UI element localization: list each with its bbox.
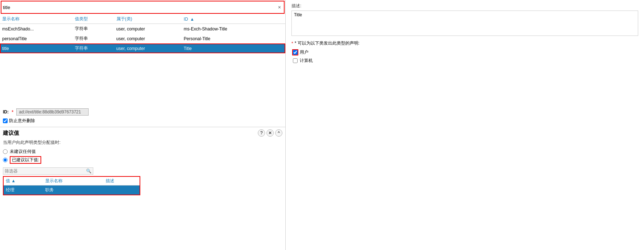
class-label: 用户 — [300, 49, 308, 55]
class-item: 用户 — [293, 49, 638, 55]
filter-bar: 🔍 — [3, 167, 93, 175]
class-item: 计算机 — [293, 58, 638, 64]
suggest-title: 建议值 — [3, 130, 19, 137]
table-row[interactable]: title 字符串 user, computer Title — [0, 43, 285, 53]
left-panel: × 显示名称 值类型 属于(类) ID ▲ — [0, 0, 286, 250]
suggest-display-cell: 职务 — [43, 186, 103, 195]
id-area: ID: * ad://ext/title:88d8b39d97673721 防止… — [0, 104, 285, 125]
attr-type-cell: 字符串 — [73, 24, 114, 34]
suggest-description: 当用户向此声明类型分配值时: — [3, 139, 282, 146]
prevent-delete-checkbox[interactable] — [3, 118, 8, 123]
col-header-id[interactable]: ID ▲ — [182, 14, 285, 24]
radio-no-suggest: 未建议任何值 — [3, 149, 282, 155]
col-header-belongs[interactable]: 属于(类) — [114, 14, 182, 24]
filter-input[interactable] — [5, 168, 86, 174]
attr-name-cell: msExchShado... — [0, 24, 73, 34]
radio-suggest-below: 已建议以下值: — [3, 156, 282, 164]
radio-group: 未建议任何值 已建议以下值: — [3, 149, 282, 164]
close-icon[interactable]: ✕ — [266, 129, 274, 137]
required-star: * — [12, 109, 13, 115]
table-row[interactable]: msExchShado... 字符串 user, computer ms-Exc… — [0, 24, 285, 34]
suggest-desc-cell — [103, 186, 140, 195]
suggest-col-display[interactable]: 显示名称 — [43, 177, 103, 186]
desc-label: 描述: — [291, 3, 638, 9]
prevent-delete-row: 防止意外删除 — [3, 118, 282, 124]
attr-type-cell: 字符串 — [73, 34, 114, 43]
suggest-sort-arrow: ▲ — [11, 178, 16, 183]
suggest-col-value[interactable]: 值 ▲ — [4, 177, 43, 186]
radio-no-suggest-label: 未建议任何值 — [10, 149, 36, 155]
id-row: ID: * ad://ext/title:88d8b39d97673721 — [3, 108, 282, 116]
attr-id-cell: Title — [182, 43, 285, 53]
sort-arrow-icon: ▲ — [190, 17, 194, 22]
classes-required-star: * — [291, 41, 293, 46]
search-input[interactable] — [3, 5, 277, 10]
class-checkbox[interactable] — [293, 58, 298, 63]
attr-id-cell: ms-Exch-Shadow-Title — [182, 24, 285, 34]
suggest-section: 建议值 ? ✕ ^ 当用户向此声明类型分配值时: 未建议任何值 已建议以下值: — [0, 127, 285, 213]
attr-belongs-cell: user, computer — [114, 24, 182, 34]
class-label: 计算机 — [300, 58, 313, 64]
class-checkbox[interactable] — [293, 50, 298, 55]
suggest-header: 建议值 ? ✕ ^ — [3, 129, 282, 137]
classes-list: 用户 计算机 — [293, 49, 638, 64]
search-clear-button[interactable]: × — [277, 4, 282, 10]
attr-name-cell: title — [0, 43, 73, 53]
attr-type-cell: 字符串 — [73, 43, 114, 53]
suggest-value-cell: 经理 — [4, 186, 43, 195]
suggest-col-desc[interactable]: 描述 — [103, 177, 140, 186]
suggest-table-row[interactable]: 经理 职务 — [4, 186, 140, 195]
attr-id-cell: Personal-Title — [182, 34, 285, 43]
table-row[interactable]: personalTitle 字符串 user, computer Persona… — [0, 34, 285, 43]
col-header-name[interactable]: 显示名称 — [0, 14, 73, 24]
search-box-container: × — [1, 1, 285, 14]
radio-no-suggest-input[interactable] — [3, 149, 8, 154]
suggest-table: 值 ▲ 显示名称 描述 — [4, 177, 140, 195]
suggest-icons: ? ✕ ^ — [258, 129, 282, 137]
desc-value: Title — [291, 11, 638, 36]
col-header-type[interactable]: 值类型 — [73, 14, 114, 24]
radio-suggest-below-label: 已建议以下值: — [10, 156, 41, 164]
collapse-icon[interactable]: ^ — [275, 129, 282, 137]
attr-belongs-cell: user, computer — [114, 34, 182, 43]
prevent-delete-label: 防止意外删除 — [9, 118, 35, 124]
suggest-table-container: 值 ▲ 显示名称 描述 — [3, 176, 140, 195]
attribute-table: 显示名称 值类型 属于(类) ID ▲ msExchShado... 字符 — [0, 14, 285, 53]
radio-suggest-below-input[interactable] — [3, 158, 8, 162]
help-icon[interactable]: ? — [258, 129, 265, 137]
filter-search-icon: 🔍 — [86, 168, 91, 174]
attr-belongs-cell: user, computer — [114, 43, 182, 53]
id-value: ad://ext/title:88d8b39d97673721 — [16, 108, 89, 116]
id-label: ID: — [3, 109, 9, 114]
classes-label: * * 可以为以下类发出此类型的声明: — [291, 40, 638, 46]
right-panel: 描述: Title * * 可以为以下类发出此类型的声明: 用户 计算机 — [286, 0, 644, 250]
attr-name-cell: personalTitle — [0, 34, 73, 43]
